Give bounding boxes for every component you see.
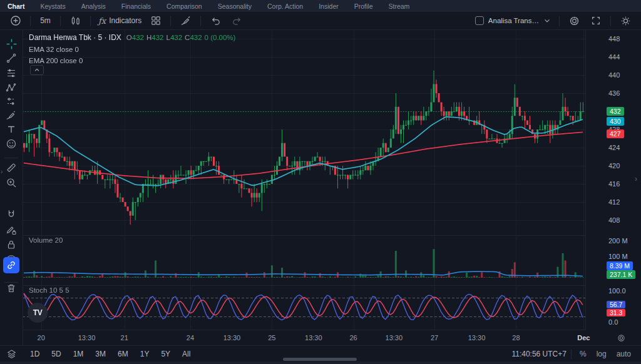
time-label: 13:30 [223, 334, 241, 341]
price-tick-label: 408 [608, 216, 620, 224]
fx-icon: ƒx [98, 16, 106, 26]
trend-line-tool[interactable] [3, 50, 19, 66]
fullscreen-button[interactable] [586, 14, 605, 28]
sun-icon [620, 16, 631, 26]
range-button-6m[interactable]: 6M [113, 348, 133, 360]
magnet-tool[interactable] [3, 206, 19, 223]
range-button-1d[interactable]: 1D [26, 348, 44, 360]
tool-group-separator [4, 158, 18, 158]
toolbar-separator [90, 16, 91, 26]
scale-button-percent[interactable]: % [576, 348, 590, 360]
scale-button-log[interactable]: log [593, 348, 610, 360]
redo-icon [232, 16, 242, 26]
tab-analysis[interactable]: Analysis [81, 3, 106, 10]
sidebar-expander-icon[interactable]: › [1, 168, 3, 175]
range-button-1y[interactable]: 1Y [136, 348, 154, 360]
tab-seasonality[interactable]: Seasonality [218, 3, 252, 10]
chart-legend: Darma Henwa Tbk · 5 · IDX O432H432L432C4… [29, 33, 235, 64]
layout-grid-button[interactable] [146, 14, 165, 28]
price-tick-label: 412 [608, 198, 620, 206]
emoji-tool[interactable] [3, 136, 19, 152]
undo-icon [210, 16, 221, 26]
toolbar-separator [200, 16, 201, 26]
legend-ema32-row[interactable]: EMA 32 close 0 [29, 46, 235, 53]
tab-keystats[interactable]: Keystats [40, 3, 65, 10]
volume-pane-title[interactable]: Volume 20 [29, 236, 63, 244]
time-axis[interactable]: 2013:30212413:302513:302613:302713:3028D… [23, 330, 641, 345]
trading-chart-app: ChartKeystatsAnalysisFinancialsCompariso… [0, 0, 641, 364]
range-button-3m[interactable]: 3M [91, 348, 110, 360]
stoch-d-badge: 31.3 [607, 309, 625, 316]
tab-insider[interactable]: Insider [319, 3, 339, 10]
pane-separator[interactable] [23, 285, 641, 286]
clock-button[interactable]: 11:40:56 UTC+7 [511, 350, 567, 358]
legend-collapse-button[interactable] [30, 65, 44, 75]
remove-drawings-tool[interactable] [3, 280, 19, 296]
ema32-price-badge: 430 [607, 117, 624, 126]
range-button-1m[interactable]: 1M [69, 348, 88, 360]
layout-select-button[interactable]: Analisa Trans… [473, 14, 554, 28]
plus-circle-icon [10, 15, 21, 26]
fib-retracement-icon [6, 68, 17, 79]
tab-profile[interactable]: Profile [354, 3, 373, 10]
stoch-pane-title[interactable]: Stoch 10 5 5 [29, 286, 69, 294]
redo-button[interactable] [227, 14, 247, 28]
tab-chart[interactable]: Chart [8, 3, 24, 10]
chart-settings-button[interactable] [565, 14, 584, 28]
toolbar-left-group: 5m ƒx Indicators [6, 14, 247, 28]
grid-layout-icon [150, 15, 162, 26]
undo-button[interactable] [206, 14, 225, 28]
link-drawings-tool[interactable] [3, 257, 19, 273]
layout-checkbox[interactable] [475, 16, 484, 25]
range-button-all[interactable]: All [178, 348, 195, 360]
time-label: 24 [187, 334, 194, 341]
ohlc-value: 432 [132, 34, 144, 41]
quick-draw-button[interactable] [176, 14, 195, 28]
layers-icon [6, 349, 17, 360]
symbol-title[interactable]: Darma Henwa Tbk · 5 · IDX [29, 33, 121, 42]
price-tick-label: 436 [608, 89, 620, 97]
time-label: 13:30 [468, 334, 486, 341]
stoch-tick-label: 0.0 [608, 318, 618, 326]
range-button-5y[interactable]: 5Y [156, 348, 175, 360]
theme-toggle-button[interactable] [616, 14, 635, 28]
trend-line-icon [6, 53, 17, 64]
tab-comparison[interactable]: Comparison [167, 3, 202, 10]
add-symbol-button[interactable] [6, 14, 25, 28]
price-tick-label: 416 [608, 180, 620, 188]
scale-buttons: %logauto [576, 348, 635, 360]
pane-separator[interactable] [23, 235, 641, 236]
interval-button[interactable]: 5m [36, 14, 55, 28]
chevron-up-icon [34, 67, 40, 73]
lock-all-icon [6, 239, 17, 250]
zoom-in-tool[interactable] [3, 174, 19, 191]
ema200-price-badge: 427 [607, 129, 624, 138]
tab-financials[interactable]: Financials [121, 3, 151, 10]
chart-style-button[interactable] [66, 14, 85, 28]
price-tick-label: 424 [608, 144, 620, 151]
tab-stream[interactable]: Stream [388, 3, 409, 10]
range-button-5d[interactable]: 5D [47, 348, 65, 360]
scale-button-auto[interactable]: auto [613, 348, 635, 360]
time-label: 20 [38, 334, 45, 341]
horizontal-scrollbar[interactable] [283, 358, 357, 361]
candlestick-icon [70, 15, 81, 26]
layers-button[interactable] [6, 349, 17, 360]
brush-icon [180, 15, 192, 26]
long-position-icon [6, 96, 17, 107]
time-label: 28 [512, 334, 520, 341]
legend-ema200-row[interactable]: EMA 200 close 0 [29, 57, 235, 64]
top-tab-bar: ChartKeystatsAnalysisFinancialsCompariso… [0, 0, 641, 12]
tradingview-logo[interactable]: TV [28, 303, 48, 323]
tab-corp-action[interactable]: Corp. Action [267, 3, 303, 10]
time-axis-gear-button[interactable] [617, 333, 625, 345]
link-drawings-icon [6, 260, 17, 271]
time-label: 13:30 [386, 334, 403, 341]
ruler-tool[interactable] [3, 159, 19, 176]
time-label: 13:30 [305, 334, 322, 341]
fullscreen-icon [591, 16, 601, 26]
watchlist-expander-icon[interactable]: › [635, 174, 637, 183]
toolbar-right-group: Analisa Trans… [473, 14, 635, 28]
indicators-button[interactable]: ƒx Indicators [96, 14, 144, 28]
price-axis[interactable]: 4484444404364324284244204164124084324304… [585, 29, 641, 345]
